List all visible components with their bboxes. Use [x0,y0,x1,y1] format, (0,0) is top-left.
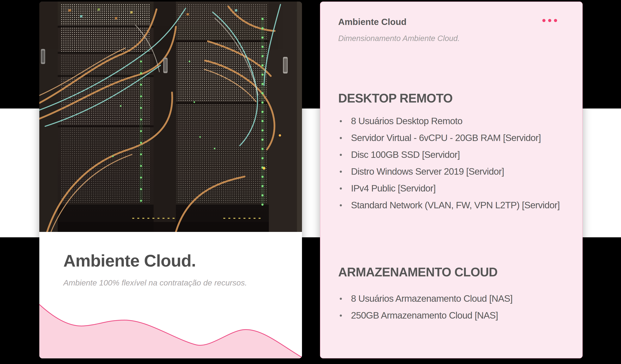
left-card-body: Ambiente Cloud. Ambiente 100% flexível n… [39,251,302,288]
section-heading-armazenamento-cloud: ARMAZENAMENTO CLOUD [338,265,571,279]
section-heading-desktop-remoto: DESKTOP REMOTO [338,92,571,105]
right-card: Ambiente Cloud Dimensionamento Ambiente … [320,1,583,358]
right-card-title: Ambiente Cloud [338,17,407,27]
pink-wave-decoration [39,299,302,358]
desktop-remoto-list: 8 Usuários Desktop Remoto Servidor Virtu… [338,116,571,211]
list-item: Servidor Virtual - 6vCPU - 20GB RAM [Ser… [338,132,571,143]
armazenamento-cloud-list: 8 Usuários Armazenamento Cloud [NAS] 250… [338,293,571,321]
list-item: Distro Windows Server 2019 [Servidor] [338,166,571,177]
list-item: IPv4 Public [Servidor] [338,183,571,194]
list-item: Standard Network (VLAN, FW, VPN L2TP) [S… [338,200,571,211]
right-card-subtitle: Dimensionamento Ambiente Cloud. [338,34,571,43]
left-card-title: Ambiente Cloud. [63,251,285,270]
list-item: 8 Usuários Desktop Remoto [338,116,571,127]
list-item: Disc 100GB SSD [Servidor] [338,149,571,160]
ellipsis-icon[interactable] [542,19,557,22]
left-card: Ambiente Cloud. Ambiente 100% flexível n… [39,1,302,358]
left-card-subtitle: Ambiente 100% flexível na contratação de… [63,278,285,288]
server-rack-photo [39,1,302,232]
right-card-header: Ambiente Cloud [338,17,571,27]
list-item: 250GB Armazenamento Cloud [NAS] [338,310,571,321]
list-item: 8 Usuários Armazenamento Cloud [NAS] [338,293,571,304]
